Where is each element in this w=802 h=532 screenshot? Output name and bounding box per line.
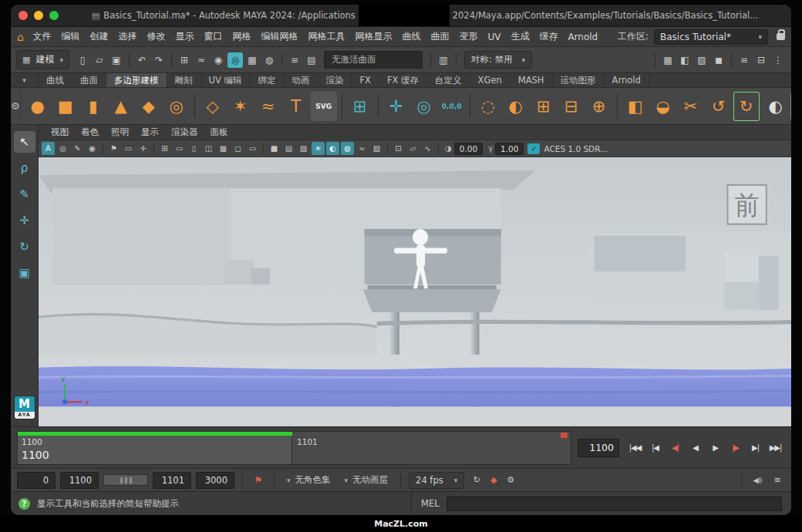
poly-cylinder-icon[interactable]: ▮ xyxy=(80,92,106,121)
render-view-icon[interactable]: ▨ xyxy=(694,52,709,68)
exposure-field[interactable]: 0.00 xyxy=(454,143,483,155)
current-frame-field[interactable]: 1100 xyxy=(578,439,619,457)
svg-tool-icon[interactable]: SVG xyxy=(311,92,337,121)
playback-start-field[interactable]: 1100 xyxy=(60,472,99,489)
ao-mode-icon[interactable]: ◍ xyxy=(341,142,354,155)
move-tool[interactable]: ✛ xyxy=(14,210,35,231)
minimize-window-button[interactable] xyxy=(34,11,43,20)
panel-menu-item[interactable]: 照明 xyxy=(105,126,135,139)
step-back-key-button[interactable]: ◀| xyxy=(666,439,685,457)
workspace-lock-icon[interactable] xyxy=(777,33,785,40)
render-settings-icon[interactable]: ▦ xyxy=(660,52,676,68)
resolution-gate-icon[interactable]: ▯ xyxy=(187,142,200,155)
shelf-tab[interactable]: 动画 xyxy=(284,73,318,87)
menu-item[interactable]: 生成 xyxy=(506,28,534,45)
ipr-render-icon[interactable]: ◼ xyxy=(711,52,726,68)
select-tool[interactable]: ↖ xyxy=(14,131,35,153)
shelf-tab[interactable]: 雕刻 xyxy=(167,73,201,87)
material-sphere-icon[interactable]: ◐ xyxy=(763,92,789,121)
panel-menu-item[interactable]: 着色 xyxy=(75,126,105,139)
add-bookmark-icon[interactable]: ⚑ xyxy=(251,473,266,488)
shelf-tab[interactable]: 曲线 xyxy=(39,73,72,87)
shelf-tab[interactable]: UV 编辑 xyxy=(201,73,251,87)
grid-icon[interactable]: ⊞ xyxy=(158,142,171,155)
shelf-tab[interactable]: 多边形建模 xyxy=(106,73,167,87)
save-scene-icon[interactable]: ▣ xyxy=(109,52,124,68)
viewport-canvas[interactable]: 前 y x xyxy=(39,157,791,426)
fps-select[interactable]: 24 fps ▾ xyxy=(409,472,464,489)
menu-item[interactable]: 文件 xyxy=(28,28,56,45)
menu-item[interactable]: UV xyxy=(483,29,506,45)
bevel-icon[interactable]: ◒ xyxy=(650,92,676,121)
joint-xray-icon[interactable]: ∿ xyxy=(421,142,434,155)
cap-options-icon[interactable]: ⊟ xyxy=(753,52,769,68)
snap-to-view-planes-icon[interactable]: ▦ xyxy=(244,52,260,68)
separate-icon[interactable]: ⊟ xyxy=(558,92,585,121)
animation-start-field[interactable]: 0 xyxy=(17,472,56,489)
make-live-icon[interactable]: ◍ xyxy=(261,52,277,68)
multi-cut-icon[interactable]: ✂ xyxy=(678,92,704,121)
shadows-mode-icon[interactable]: ◐ xyxy=(326,142,339,155)
home-screen-icon[interactable]: ⌂ xyxy=(17,31,24,43)
zoom-window-button[interactable] xyxy=(49,11,59,20)
poly-sphere-icon[interactable]: ● xyxy=(25,92,51,121)
colorspace-label[interactable]: ACES 1.0 SDR... xyxy=(544,144,608,153)
undo-icon[interactable]: ↶ xyxy=(134,52,150,68)
step-forward-frame-button[interactable]: ▶| xyxy=(746,439,765,457)
shelf-tab[interactable]: 绑定 xyxy=(250,73,284,87)
shelf-tab[interactable]: 运动图形 xyxy=(553,73,605,87)
display-sphere-icon[interactable]: ● xyxy=(790,92,791,121)
selection-highlight-icon[interactable]: A xyxy=(42,142,55,155)
sidebar-toggle-icon[interactable]: ⋮ xyxy=(770,52,786,68)
shelf-tab[interactable]: FX xyxy=(352,73,379,87)
play-backwards-button[interactable]: ◀ xyxy=(686,439,705,457)
selection-mask-icon[interactable]: ▥ xyxy=(436,52,451,68)
panel-menu-item[interactable]: 视图 xyxy=(45,126,75,139)
active-surface-field[interactable]: 无激活曲面 xyxy=(324,51,423,69)
exposure-icon[interactable]: ◑ xyxy=(445,144,452,153)
lasso-select-tool[interactable]: ρ xyxy=(14,157,35,179)
title-bar[interactable]: ▤ Basics_Tutorial.ma* - Autodesk MAYA 20… xyxy=(11,5,791,27)
film-gate-icon[interactable]: ▭ xyxy=(173,142,186,155)
select-camera-icon[interactable]: ◎ xyxy=(56,142,69,155)
menu-item[interactable]: 显示 xyxy=(170,28,199,45)
current-frame-cell[interactable] xyxy=(18,432,292,464)
panel-menu-item[interactable]: 显示 xyxy=(135,126,165,139)
menu-item[interactable]: 曲线 xyxy=(397,28,426,45)
auto-key-icon[interactable]: ◆ xyxy=(486,473,501,488)
rotate-cw-icon[interactable]: ↻ xyxy=(733,92,760,121)
character-set-select[interactable]: ▾ 无角色集 xyxy=(282,472,335,488)
menu-item[interactable]: 变形 xyxy=(454,28,483,45)
type-tool-icon[interactable]: T xyxy=(283,92,309,121)
poly-torus-icon[interactable]: ◎ xyxy=(163,92,190,121)
poly-cone-icon[interactable]: ▲ xyxy=(108,92,134,121)
menu-item[interactable]: 曲面 xyxy=(426,28,454,45)
menu-item[interactable]: 选择 xyxy=(113,28,142,45)
textured-mode-icon[interactable]: ▨ xyxy=(297,142,310,155)
scale-tool[interactable]: ▣ xyxy=(14,262,35,284)
snap-align-icon[interactable]: ◎ xyxy=(411,92,437,121)
shelf-tab[interactable]: Arnold xyxy=(605,73,649,87)
mirror-icon[interactable]: ◧ xyxy=(622,92,649,121)
poly-cube-icon[interactable]: ■ xyxy=(52,92,79,121)
light-editor-icon[interactable]: ✛ xyxy=(383,92,409,121)
motion-blur-icon[interactable]: ≈ xyxy=(356,142,369,155)
quick-select-icon[interactable]: ◌ xyxy=(475,92,501,121)
menu-item[interactable]: 网格工具 xyxy=(303,28,350,45)
shelf-tab[interactable]: FX 缓存 xyxy=(379,73,427,87)
gamma-icon[interactable]: γ xyxy=(488,144,493,153)
shelf-tab[interactable]: 自定义 xyxy=(427,73,470,87)
construction-history-icon[interactable]: ≡ xyxy=(287,52,302,68)
paint-select-tool[interactable]: ✎ xyxy=(14,184,35,205)
symmetry-select[interactable]: 对称: 禁用 ▾ xyxy=(464,51,532,69)
gamma-field[interactable]: 1.00 xyxy=(495,143,524,155)
hypershade-icon[interactable]: ◧ xyxy=(677,52,692,68)
grease-pencil-icon[interactable]: ✎ xyxy=(71,142,84,155)
help-icon[interactable]: ? xyxy=(19,498,30,510)
safe-title-icon[interactable]: ▭ xyxy=(246,142,259,155)
mel-label[interactable]: MEL xyxy=(421,498,440,509)
view-transform-toggle[interactable]: ✓ xyxy=(527,143,540,154)
field-chart-icon[interactable]: ▦ xyxy=(217,142,230,155)
redo-icon[interactable]: ↷ xyxy=(151,52,167,68)
modeling-toolkit-icon[interactable]: ▤ xyxy=(304,52,319,68)
